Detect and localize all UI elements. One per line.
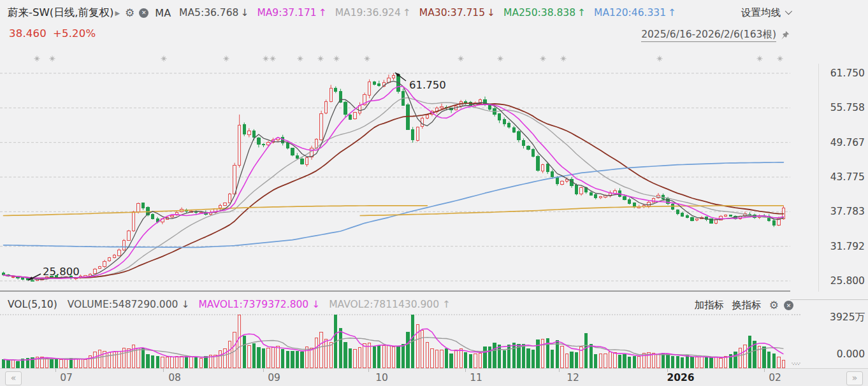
time-axis-label: 07 xyxy=(60,372,73,383)
axis-pane-divider xyxy=(790,299,868,300)
event-marker-icon[interactable] xyxy=(50,56,55,62)
event-marker-icon[interactable] xyxy=(561,56,567,62)
ma-legend-value: MA120:46.331 xyxy=(594,7,666,18)
month-tick xyxy=(55,369,56,372)
change-percent: +5.20% xyxy=(53,27,96,39)
month-tick xyxy=(667,369,668,372)
month-tick xyxy=(559,369,560,372)
chart-header: 蔚来-SW(日线,前复权) ▶ ⚙ ✕ MA MA5:36.768↓MA9:37… xyxy=(8,6,676,20)
volume-arrow: ↓ xyxy=(181,299,189,310)
scroll-right-button[interactable]: » xyxy=(846,371,863,385)
event-marker-icon[interactable] xyxy=(34,56,40,62)
ma-trend-arrow-icon: ↑ xyxy=(319,7,327,18)
event-marker-icon[interactable] xyxy=(657,56,663,62)
time-axis-label: 12 xyxy=(567,372,579,383)
time-axis-label: 08 xyxy=(168,372,181,383)
ma-trend-arrow-icon: ↑ xyxy=(668,7,676,18)
quote-row: 38.460 +5.20% xyxy=(9,27,96,39)
event-marker-icon[interactable] xyxy=(161,56,167,62)
event-marker-icon[interactable] xyxy=(298,56,303,62)
ma-group-label: MA xyxy=(155,7,171,19)
event-marker-icon[interactable] xyxy=(778,56,783,62)
add-indicator-button[interactable]: 加指标 xyxy=(695,299,725,312)
price-axis-label: 49.767 xyxy=(830,137,865,148)
month-tick xyxy=(465,369,466,372)
time-axis-strip: 070809101112202602 « » xyxy=(0,368,868,386)
pane-divider xyxy=(0,290,790,292)
pin-icon[interactable] xyxy=(779,30,790,41)
event-marker-icon[interactable] xyxy=(224,56,229,62)
month-tick xyxy=(263,369,264,372)
ma-legend-item: MA19:36.924↑ xyxy=(335,7,411,18)
range-control: 2025/6/16-2026/2/6(163根) xyxy=(641,28,790,42)
mavol2-arrow: ↑ xyxy=(442,299,451,310)
ma-legend-value: MA30:37.715 xyxy=(419,7,485,18)
price-axis-label: 43.775 xyxy=(830,171,865,183)
price-axis-label: 31.792 xyxy=(830,241,865,252)
mavol1-arrow: ↓ xyxy=(312,299,320,310)
ma-trend-arrow-icon: ↑ xyxy=(403,7,411,18)
close-volume-icon[interactable]: ✕ xyxy=(784,301,793,310)
expand-caret-icon[interactable]: ▶ xyxy=(115,10,120,17)
event-marker-icon[interactable] xyxy=(263,56,269,62)
volume-settings-gear-icon[interactable]: ⚙ xyxy=(769,300,779,311)
ma-legend: MA5:36.768↓MA9:37.171↑MA19:36.924↑MA30:3… xyxy=(171,7,676,18)
price-axis-label: 25.800 xyxy=(830,275,865,287)
time-axis-label: 09 xyxy=(268,372,280,383)
time-axis-label: 10 xyxy=(375,372,388,383)
price-axis-label: 61.750 xyxy=(830,68,865,79)
volume-value: VOLUME:5487290.000 xyxy=(68,299,178,310)
ma-legend-item: MA120:46.331↑ xyxy=(594,7,676,18)
ma-legend-value: MA19:36.924 xyxy=(335,7,401,18)
switch-indicator-button[interactable]: 换指标 xyxy=(732,299,762,312)
mavol1-value: MAVOL1:7379372.800 xyxy=(198,299,308,310)
ma-legend-item: MA250:38.838↑ xyxy=(503,7,586,18)
last-price: 38.460 xyxy=(9,27,47,39)
ma-legend-value: MA250:38.838 xyxy=(503,7,575,18)
ma-legend-item: MA30:37.715↓ xyxy=(419,7,495,18)
event-marker-icon[interactable] xyxy=(498,56,503,62)
ma-legend-value: MA5:36.768 xyxy=(179,7,238,18)
symbol-title[interactable]: 蔚来-SW(日线,前复权) xyxy=(8,6,113,20)
ma-trend-arrow-icon: ↓ xyxy=(240,7,249,18)
event-marker-icon[interactable] xyxy=(334,56,340,62)
month-tick xyxy=(368,369,369,372)
ma-trend-arrow-icon: ↓ xyxy=(487,7,495,18)
mavol2-value: MAVOL2:7811430.900 xyxy=(329,299,439,310)
chart-settings-gear-icon[interactable]: ⚙ xyxy=(125,8,134,18)
date-range-link[interactable]: 2025/6/16-2026/2/6(163根) xyxy=(641,28,776,42)
price-axis-divider xyxy=(818,64,819,292)
volume-axis-label: 0.000 xyxy=(837,348,865,360)
time-axis-label: 02 xyxy=(769,372,781,383)
candlestick-chart[interactable]: 61.75025.800 xyxy=(0,0,868,386)
price-axis-label: 55.758 xyxy=(830,102,865,113)
event-marker-icon[interactable] xyxy=(458,56,464,62)
close-indicator-icon[interactable]: ✕ xyxy=(139,8,148,18)
event-marker-icon[interactable] xyxy=(757,56,763,62)
ma-legend-item: MA5:36.768↓ xyxy=(179,7,249,18)
indicator-controls: 加指标 换指标 ⚙ ✕ xyxy=(695,299,793,312)
event-marker-icon[interactable] xyxy=(318,56,324,62)
price-annotation: 25.800 xyxy=(43,266,80,278)
volume-axis-label: 3925万 xyxy=(830,311,865,324)
scroll-left-button[interactable]: « xyxy=(5,371,22,385)
volume-header: VOL(5,10) VOLUME:5487290.000 ↓ MAVOL1:73… xyxy=(8,299,451,310)
ma-settings-label[interactable]: 设置均线 xyxy=(741,6,781,20)
month-tick xyxy=(764,369,765,372)
event-marker-icon[interactable] xyxy=(270,56,276,62)
month-tick xyxy=(163,369,164,372)
ma-legend-item: MA9:37.171↑ xyxy=(257,7,326,18)
price-annotation: 61.750 xyxy=(409,79,446,91)
ma-settings-control[interactable]: 设置均线 xyxy=(741,6,790,20)
ma-legend-value: MA9:37.171 xyxy=(257,7,316,18)
time-axis-label: 11 xyxy=(470,372,482,383)
more-data-ellipsis: … xyxy=(792,358,800,367)
event-marker-icon[interactable] xyxy=(365,56,370,62)
price-axis-label: 37.783 xyxy=(830,206,865,217)
event-marker-icon[interactable] xyxy=(540,56,546,62)
ma-trend-arrow-icon: ↑ xyxy=(577,7,586,18)
vol-indicator-label: VOL(5,10) xyxy=(8,299,57,310)
time-axis-label: 2026 xyxy=(667,372,694,383)
